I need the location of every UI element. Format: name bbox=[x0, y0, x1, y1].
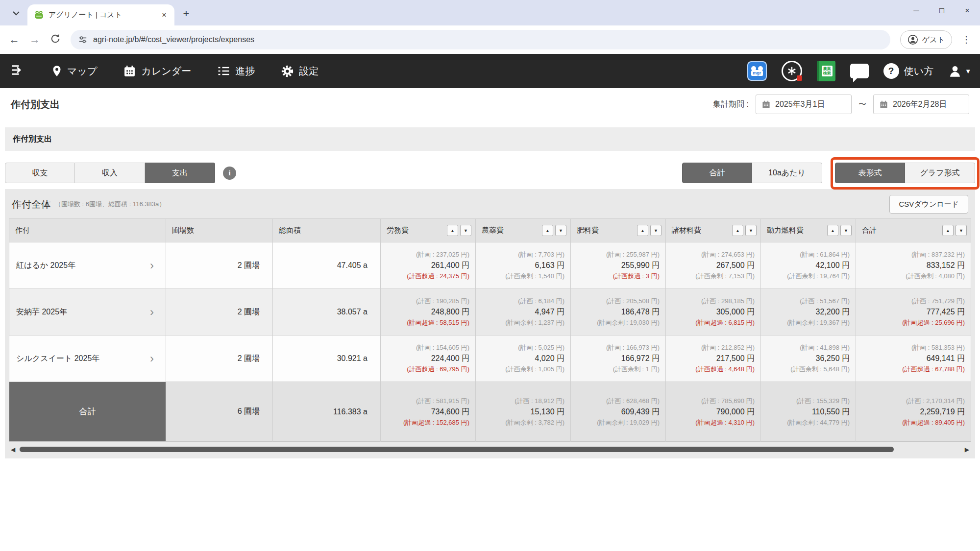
cost-cell: (計画 : 837,232 円)833,152 円(計画余剰 : 4,080 円… bbox=[856, 242, 971, 289]
cost-cell: (計画 : 61,864 円)42,100 円(計画余剰 : 19,764 円) bbox=[761, 242, 856, 289]
user-menu[interactable]: ▼ bbox=[948, 64, 971, 78]
frog-favicon bbox=[34, 11, 44, 19]
maximize-button[interactable]: ☐ bbox=[929, 0, 955, 22]
fields-cell: 2 圃場 bbox=[166, 335, 273, 382]
nav-item-map[interactable]: マップ bbox=[52, 65, 97, 78]
profile-button[interactable]: ゲスト bbox=[900, 30, 952, 49]
sort-desc-labor-icon[interactable]: ▼ bbox=[460, 225, 471, 236]
col-labor: 労務費▲▼ bbox=[381, 219, 476, 242]
crop-name-cell[interactable]: シルクスイート 2025年› bbox=[9, 335, 166, 382]
page-title: 作付別支出 bbox=[11, 98, 60, 111]
sort-desc-materials-icon[interactable]: ▼ bbox=[745, 225, 757, 236]
calendar-icon bbox=[880, 100, 888, 109]
close-button[interactable]: × bbox=[955, 0, 980, 22]
caret-down-icon: ▼ bbox=[965, 68, 971, 75]
url-field[interactable]: agri-note.jp/b/#/cost_viewer/projects/ex… bbox=[71, 30, 890, 49]
rice-mark-icon[interactable] bbox=[782, 61, 802, 81]
guest-label: ゲスト bbox=[922, 35, 945, 45]
period-end-input[interactable]: 2026年2月28日 bbox=[873, 95, 969, 114]
toggle-expense[interactable]: 支出 bbox=[145, 163, 215, 183]
toggle-graph-format[interactable]: グラフ形式 bbox=[905, 163, 975, 183]
fields-cell: 6 圃場 bbox=[166, 382, 273, 442]
chat-icon[interactable] bbox=[850, 64, 869, 78]
cost-cell: (計画 : 154,605 円)224,400 円(計画超過 : 69,795 … bbox=[381, 335, 476, 382]
horizontal-scrollbar[interactable]: ◀ ▶ bbox=[7, 445, 973, 455]
cost-cell: (計画 : 18,912 円)15,130 円(計画余剰 : 3,782 円) bbox=[476, 382, 571, 442]
cost-cell: (計画 : 51,567 円)32,200 円(計画余剰 : 19,367 円) bbox=[761, 289, 856, 335]
cost-cell: (計画 : 166,973 円)166,972 円(計画余剰 : 1 円) bbox=[571, 335, 666, 382]
chevron-right-icon: › bbox=[150, 260, 161, 271]
toggle-per-10a[interactable]: 10aあたり bbox=[752, 163, 822, 183]
browser-menu-icon[interactable]: ⋮ bbox=[962, 34, 971, 45]
cost-cell: (計画 : 190,285 円)248,800 円(計画超過 : 58,515 … bbox=[381, 289, 476, 335]
col-area: 総面積 bbox=[273, 219, 381, 242]
sort-asc-pesticide-icon[interactable]: ▲ bbox=[542, 225, 553, 236]
app-navbar: マップ カレンダー 進捗 設 bbox=[0, 54, 980, 88]
nav-item-settings[interactable]: 設定 bbox=[281, 65, 318, 78]
sort-desc-total-icon[interactable]: ▼ bbox=[956, 225, 967, 236]
sort-desc-fuel-icon[interactable]: ▼ bbox=[840, 225, 852, 236]
total-label-cell: 合計 bbox=[9, 382, 166, 442]
nav-item-calendar[interactable]: カレンダー bbox=[123, 65, 191, 78]
sort-asc-fertilizer-icon[interactable]: ▲ bbox=[637, 225, 648, 236]
toggles-row: 収支収入支出 i 合計10aあたり 表形式グラフ形式 bbox=[5, 163, 975, 183]
toggle-total[interactable]: 合計 bbox=[682, 163, 752, 183]
sort-asc-materials-icon[interactable]: ▲ bbox=[732, 225, 743, 236]
toggle-balance[interactable]: 収支 bbox=[5, 163, 75, 183]
task-list-icon bbox=[218, 66, 230, 76]
page-header: 作付別支出 集計期間 : 2025年3月1日 〜 2026年2月28日 bbox=[0, 88, 980, 120]
help-button[interactable]: ? 使い方 bbox=[883, 63, 933, 79]
minimize-button[interactable]: ─ bbox=[904, 0, 929, 22]
period-label: 集計期間 : bbox=[713, 99, 749, 110]
sort-asc-total-icon[interactable]: ▲ bbox=[942, 225, 954, 236]
tab-search-button[interactable] bbox=[8, 5, 24, 22]
col-materials: 諸材料費▲▼ bbox=[666, 219, 761, 242]
browser-tab[interactable]: アグリノート | コスト × bbox=[27, 4, 174, 25]
sort-desc-fertilizer-icon[interactable]: ▼ bbox=[650, 225, 662, 236]
tab-strip: アグリノート | コスト × + ─ ☐ × bbox=[0, 0, 980, 25]
chevron-right-icon: › bbox=[150, 306, 161, 318]
sort-asc-fuel-icon[interactable]: ▲ bbox=[827, 225, 838, 236]
avatar bbox=[907, 34, 918, 45]
col-fields: 圃場数 bbox=[166, 219, 273, 242]
sort-asc-labor-icon[interactable]: ▲ bbox=[447, 225, 458, 236]
info-icon[interactable]: i bbox=[223, 167, 236, 180]
agrinote-mgr-icon[interactable]: mgr bbox=[747, 61, 767, 81]
reload-icon[interactable] bbox=[50, 33, 61, 46]
calendar-icon bbox=[762, 100, 770, 109]
sidebar-expand-icon[interactable] bbox=[9, 63, 25, 79]
forward-icon[interactable]: → bbox=[29, 33, 40, 46]
back-icon[interactable]: ← bbox=[9, 33, 20, 46]
crop-name-cell[interactable]: 紅はるか 2025年› bbox=[9, 242, 166, 289]
period-start-input[interactable]: 2025年3月1日 bbox=[756, 95, 852, 114]
section-title-bar: 作付別支出 bbox=[5, 127, 975, 151]
csv-download-button[interactable]: CSVダウンロード bbox=[889, 195, 968, 214]
cost-cell: (計画 : 205,508 円)186,478 円(計画余剰 : 19,030 … bbox=[571, 289, 666, 335]
calendar-icon bbox=[123, 65, 136, 77]
tab-close-icon[interactable]: × bbox=[159, 10, 170, 21]
col-fuel: 動力燃料費▲▼ bbox=[761, 219, 856, 242]
nav-item-progress[interactable]: 進捗 bbox=[218, 65, 255, 78]
toggle-income[interactable]: 収入 bbox=[75, 163, 145, 183]
scroll-left-icon[interactable]: ◀ bbox=[11, 446, 15, 453]
new-tab-button[interactable]: + bbox=[178, 6, 194, 22]
cost-cell: (計画 : 212,852 円)217,500 円(計画超過 : 4,648 円… bbox=[666, 335, 761, 382]
pesticide-search-icon[interactable]: 農薬 検索 bbox=[817, 61, 835, 81]
map-pin-icon bbox=[52, 65, 62, 77]
fields-cell: 2 圃場 bbox=[166, 242, 273, 289]
area-cell: 38.057 a bbox=[273, 289, 381, 335]
scroll-right-icon[interactable]: ▶ bbox=[965, 446, 969, 453]
scrollbar-thumb[interactable] bbox=[20, 447, 894, 452]
tab-title: アグリノート | コスト bbox=[49, 10, 154, 20]
cost-cell: (計画 : 255,987 円)255,990 円(計画超過 : 3 円) bbox=[571, 242, 666, 289]
notification-badge bbox=[797, 75, 802, 81]
period-separator: 〜 bbox=[858, 99, 866, 110]
sort-desc-pesticide-icon[interactable]: ▼ bbox=[555, 225, 566, 236]
col-pesticide: 農薬費▲▼ bbox=[476, 219, 571, 242]
toggle-table-format[interactable]: 表形式 bbox=[835, 163, 905, 183]
question-icon: ? bbox=[883, 63, 899, 79]
fields-cell: 2 圃場 bbox=[166, 289, 273, 335]
crop-name-cell[interactable]: 安納芋 2025年› bbox=[9, 289, 166, 335]
cost-table: 作付圃場数総面積労務費▲▼農薬費▲▼肥料費▲▼諸材料費▲▼動力燃料費▲▼合計▲▼… bbox=[9, 218, 971, 442]
cost-cell: (計画 : 581,353 円)649,141 円(計画超過 : 67,788 … bbox=[856, 335, 971, 382]
